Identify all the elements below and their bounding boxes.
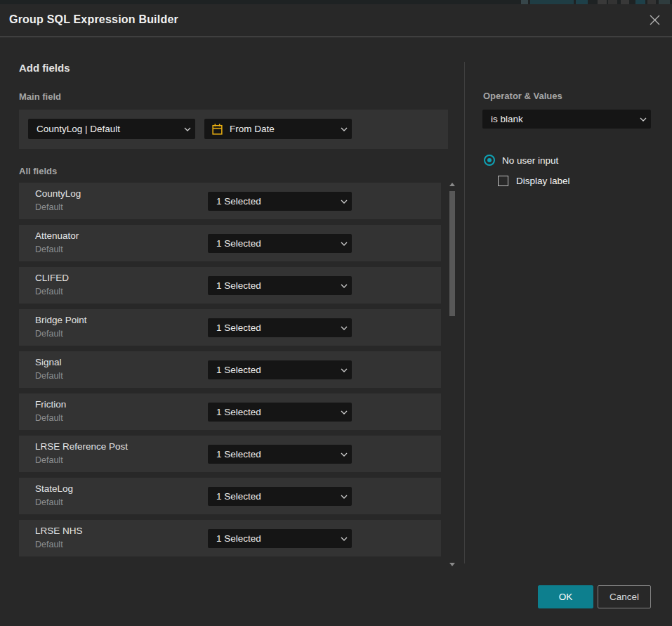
cancel-button[interactable]: Cancel	[598, 585, 651, 608]
field-selected-dropdown[interactable]: 1 Selected	[208, 403, 352, 422]
radio-icon	[484, 155, 495, 166]
display-label-text: Display label	[516, 176, 570, 186]
main-field-panel: CountyLog | Default From Date	[19, 110, 448, 149]
operator-select-value: is blank	[482, 114, 635, 124]
chevron-down-icon	[336, 537, 352, 541]
chevron-down-icon	[336, 495, 352, 499]
field-name: LRSE NHS	[35, 526, 83, 536]
field-name: Attenuator	[35, 230, 79, 241]
field-row: Attenuator Default 1 Selected	[19, 225, 441, 261]
field-selected-value: 1 Selected	[208, 491, 336, 502]
no-user-input-label: No user input	[502, 155, 558, 166]
scrollbar-thumb[interactable]	[449, 191, 455, 316]
field-row: LRSE NHS Default 1 Selected	[19, 520, 441, 556]
chevron-down-icon	[336, 284, 352, 288]
field-selected-value: 1 Selected	[208, 449, 336, 459]
field-sublabel: Default	[35, 371, 63, 381]
column-divider	[464, 62, 465, 563]
scrollbar-up-arrow-icon[interactable]	[449, 183, 455, 186]
chevron-down-icon	[336, 452, 352, 457]
field-row: Bridge Point Default 1 Selected	[19, 309, 441, 346]
field-name: CountyLog	[35, 188, 81, 199]
field-row: Signal Default 1 Selected	[19, 351, 441, 388]
field-selected-value: 1 Selected	[208, 365, 336, 375]
field-selected-value: 1 Selected	[208, 533, 336, 544]
field-selected-value: 1 Selected	[208, 280, 336, 291]
field-sublabel: Default	[35, 455, 63, 465]
field-name: LRSE Reference Post	[35, 441, 128, 452]
field-selected-value: 1 Selected	[208, 238, 336, 249]
field-sublabel: Default	[35, 540, 63, 549]
field-name: CLIFED	[35, 273, 69, 283]
field-row: CountyLog Default 1 Selected	[19, 183, 441, 219]
close-icon	[649, 14, 661, 29]
chevron-down-icon	[180, 127, 195, 131]
all-fields-scrollbar	[447, 181, 457, 568]
screen: Group SQL Expression Builder Add fields …	[0, 0, 672, 626]
field-row: CLIFED Default 1 Selected	[19, 267, 441, 304]
main-field-select[interactable]: From Date	[204, 119, 352, 139]
chevron-down-icon	[336, 242, 352, 246]
chevron-down-icon	[635, 117, 651, 122]
no-user-input-radio[interactable]: No user input	[484, 155, 558, 166]
field-selected-dropdown[interactable]: 1 Selected	[208, 487, 352, 506]
chevron-down-icon	[336, 127, 352, 131]
field-name: StateLog	[35, 483, 73, 494]
field-row: StateLog Default 1 Selected	[19, 478, 441, 514]
main-field-select-value: From Date	[223, 124, 336, 134]
chevron-down-icon	[336, 368, 352, 372]
dialog-title: Group SQL Expression Builder	[9, 13, 178, 26]
all-fields-list: CountyLog Default 1 Selected Attenuator …	[19, 183, 441, 562]
field-selected-dropdown[interactable]: 1 Selected	[208, 445, 352, 464]
field-name: Friction	[35, 399, 66, 410]
add-fields-heading: Add fields	[19, 62, 70, 74]
dialog-header: Group SQL Expression Builder	[0, 4, 672, 37]
display-label-checkbox[interactable]: Display label	[498, 176, 570, 186]
field-sublabel: Default	[35, 287, 63, 296]
group-sql-expression-builder-dialog: Group SQL Expression Builder Add fields …	[0, 4, 672, 626]
field-sublabel: Default	[35, 244, 63, 254]
field-name: Bridge Point	[35, 315, 87, 325]
field-selected-dropdown[interactable]: 1 Selected	[208, 276, 352, 295]
close-button[interactable]	[647, 13, 662, 29]
chevron-down-icon	[336, 326, 352, 330]
field-row: LRSE Reference Post Default 1 Selected	[19, 436, 441, 472]
field-sublabel: Default	[35, 497, 63, 507]
field-selected-dropdown[interactable]: 1 Selected	[208, 318, 352, 337]
chevron-down-icon	[336, 200, 352, 204]
field-name: Signal	[35, 357, 62, 367]
operator-select[interactable]: is blank	[482, 110, 651, 129]
field-selected-dropdown[interactable]: 1 Selected	[208, 192, 352, 211]
field-selected-value: 1 Selected	[208, 196, 336, 207]
ok-button[interactable]: OK	[538, 585, 593, 608]
field-selected-value: 1 Selected	[208, 407, 336, 417]
field-selected-dropdown[interactable]: 1 Selected	[208, 234, 352, 253]
calendar-icon	[204, 123, 223, 136]
field-sublabel: Default	[35, 202, 63, 212]
field-sublabel: Default	[35, 329, 63, 339]
field-row: Friction Default 1 Selected	[19, 393, 441, 430]
operator-values-label: Operator & Values	[483, 91, 562, 101]
chevron-down-icon	[336, 410, 352, 415]
main-field-label: Main field	[19, 91, 61, 102]
field-selected-value: 1 Selected	[208, 322, 336, 333]
field-selected-dropdown[interactable]: 1 Selected	[208, 529, 352, 548]
layer-select[interactable]: CountyLog | Default	[28, 119, 195, 139]
layer-select-value: CountyLog | Default	[28, 124, 180, 134]
field-sublabel: Default	[35, 413, 63, 423]
scrollbar-down-arrow-icon[interactable]	[449, 563, 455, 566]
checkbox-icon	[498, 176, 508, 186]
all-fields-label: All fields	[19, 166, 57, 176]
field-selected-dropdown[interactable]: 1 Selected	[208, 360, 352, 379]
